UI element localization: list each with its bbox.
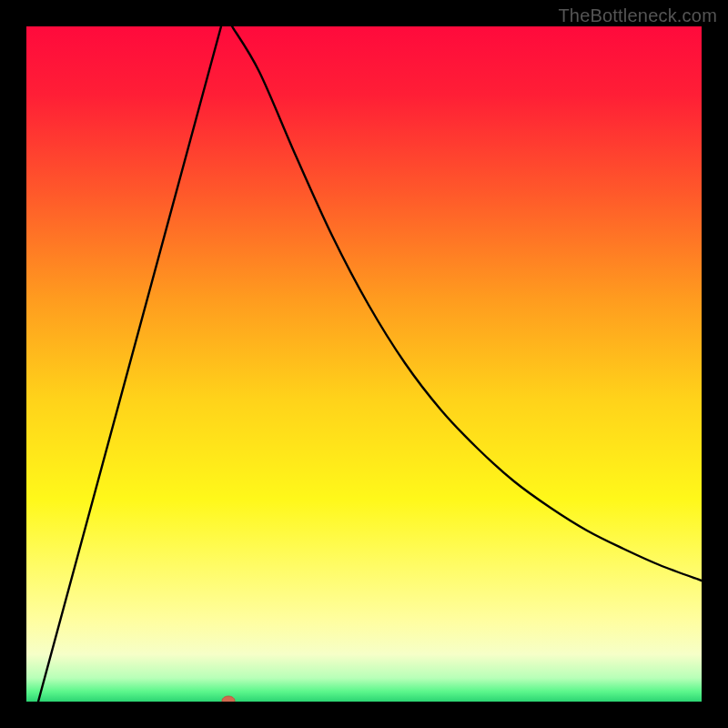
curve-layer (26, 26, 702, 702)
watermark-text: TheBottleneck.com (558, 5, 717, 26)
chart-frame: TheBottleneck.com (0, 0, 728, 728)
left-branch-line (38, 26, 221, 702)
plot-area (26, 26, 702, 702)
right-branch-curve (232, 26, 702, 581)
min-marker (222, 696, 235, 702)
